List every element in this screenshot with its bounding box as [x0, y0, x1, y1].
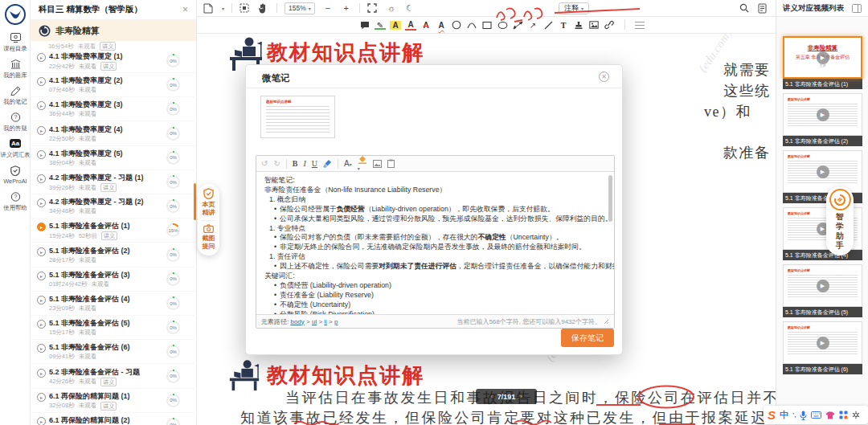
resize-handle-icon[interactable]	[604, 319, 609, 325]
next-page-icon[interactable]: ›	[520, 394, 522, 399]
course-item[interactable]: ▸ 4.1 非寿险费率厘定 (3) 36分44秒未观看 0%	[31, 97, 197, 121]
zoom-in-icon[interactable]: +	[341, 4, 352, 13]
hand-tool-icon[interactable]	[258, 3, 269, 14]
note-content[interactable]: 智能笔记:非寿险责任准备金（Non-life Insurance Liabili…	[256, 172, 614, 314]
course-item[interactable]: ▸ 5.1 非寿险准备金评估 (6) 09分41秒未观看 0%	[31, 340, 197, 364]
page-thumbnail-icon[interactable]	[203, 3, 215, 14]
fit-width-icon[interactable]	[367, 3, 379, 13]
video-card[interactable]: 非寿险精算第五章 非寿险准备金评估主讲 ▶ 5.1 非寿险准备金评估 (1)	[783, 36, 862, 89]
pen-icon[interactable]: ✎	[375, 21, 386, 30]
course-item[interactable]: ▸ 4.2 非寿险费率厘定 - 习题 (2) 34分46秒未观看 0%	[31, 194, 197, 219]
paste-icon[interactable]	[387, 159, 395, 168]
video-play-icon[interactable]: ▶	[817, 280, 829, 292]
rail-item-qa[interactable]: ?我的答疑	[0, 108, 31, 135]
play-icon: ▸	[37, 272, 46, 280]
bold-icon[interactable]: B	[293, 160, 298, 168]
highlight-text-icon[interactable]: A	[390, 21, 401, 30]
page-menu-caret-icon[interactable]: ▾	[222, 6, 224, 11]
page-lecture-button[interactable]: 本页精讲	[201, 201, 217, 217]
document-outline-icon[interactable]	[758, 3, 769, 14]
screenshot-question-button[interactable]: 截图提问	[201, 235, 217, 251]
redo-icon[interactable]: ↻	[273, 160, 280, 168]
ime-settings-icon[interactable]	[852, 411, 860, 419]
dark-mode-icon[interactable]: ☾	[404, 4, 416, 13]
course-item[interactable]: ▸ 4.1 非寿险费率厘定 (4) 22分50秒未观看 0%	[31, 122, 197, 146]
brightness-icon[interactable]: ☼	[386, 4, 397, 13]
note-slide-thumbnail[interactable]: 教材知识点讲解	[260, 96, 335, 138]
video-play-icon[interactable]: ▶	[817, 166, 829, 178]
ime-toolbox-icon[interactable]	[839, 411, 848, 419]
course-item[interactable]: ▸ 4.1 非寿险费率厘定 (5) 38分04秒未观看 0%	[31, 146, 197, 170]
play-icon: ▸	[37, 393, 46, 402]
ime-skin-icon[interactable]	[825, 411, 835, 419]
sogou-logo-icon[interactable]: S	[768, 408, 776, 422]
underline-icon[interactable]: U	[312, 160, 317, 168]
course-item[interactable]: ▸ 4.2 非寿险费率厘定 - 习题 (1) 39分26秒未观看讲义 0%	[31, 170, 197, 194]
undo-icon[interactable]: ↺	[261, 160, 268, 168]
video-card-label: 5.1 非寿险准备金评估 (4)	[783, 250, 862, 260]
app-logo-icon[interactable]	[5, 4, 26, 25]
course-item[interactable]: ▸ 5.1 非寿险准备金评估 (4) 23分09秒未观看 0%	[31, 292, 197, 316]
rail-item-help[interactable]: ?使用帮助	[0, 188, 31, 215]
sidebar-scrollbar-thumb[interactable]	[194, 183, 196, 220]
course-item[interactable]: ▸ 5.1 非寿险准备金评估 (2) 28分17秒未观看 0%	[31, 243, 197, 268]
course-item[interactable]: ▸ 5.1 非寿险准备金评估 (1) 15分24秒52秒前讲义 15%	[31, 219, 197, 243]
course-section-header[interactable]: 非寿险精算	[31, 20, 196, 41]
ime-mic-icon[interactable]	[800, 411, 807, 420]
ime-language-toggle[interactable]: 中	[780, 409, 788, 421]
progress-ring: 0%	[166, 321, 180, 334]
ime-punctuation-toggle[interactable]: ’,	[792, 411, 796, 419]
select-frame-icon[interactable]	[240, 3, 251, 13]
underline-text-icon[interactable]: A	[405, 20, 416, 31]
modal-close-icon[interactable]: ✕	[599, 72, 609, 82]
course-item[interactable]: ▸ 6.1 再保险的精算问题 (1) 32分08秒未观看讲义 0%	[31, 389, 197, 413]
element-path-link[interactable]: li	[324, 318, 327, 325]
insert-image-icon[interactable]	[373, 160, 382, 168]
prev-page-icon[interactable]: ‹	[490, 394, 492, 399]
comment-icon[interactable]	[359, 21, 371, 30]
rail-item-glossary[interactable]: Aa讲义词汇表	[0, 135, 31, 161]
zoom-out-icon[interactable]: −	[322, 4, 334, 13]
video-card[interactable]: 教材知识点讲解 ▶ 5.1 非寿险准备金评估 (2)	[783, 93, 862, 146]
font-color-icon[interactable]: A▾	[344, 160, 352, 168]
course-item[interactable]: ▸ 4.1 非寿险费率厘定 (2) 07分46秒未观看 0%	[31, 73, 197, 97]
course-item[interactable]: ▸ 5.1 非寿险准备金评估 (3) 01时24分42秒未观看 0%	[31, 268, 197, 292]
study-assistant-widget[interactable]: 智学助手	[826, 186, 854, 255]
element-path-link[interactable]: body	[290, 318, 304, 325]
zoom-level-select[interactable]: 155%▾	[285, 2, 315, 14]
format-brush-icon[interactable]	[323, 159, 332, 168]
course-item[interactable]: ▸ 5.1 非寿险准备金评估 (5) 15分17秒未观看 0%	[31, 316, 197, 340]
squiggly-text-icon[interactable]: A	[436, 21, 447, 30]
video-play-icon[interactable]: ▶	[817, 108, 829, 121]
element-path-link[interactable]: ul	[312, 318, 317, 325]
note-line: 1. 责任评估	[264, 252, 603, 262]
partial-item-meta[interactable]: 36分54秒 未观看 讲义	[48, 42, 116, 51]
ime-keyboard-icon[interactable]	[811, 411, 821, 419]
rail-item-shield[interactable]: WeProAI	[0, 161, 31, 188]
collapse-panel-icon[interactable]	[852, 4, 862, 13]
play-icon: ▸	[37, 344, 46, 353]
video-play-icon[interactable]: ▶	[817, 337, 829, 349]
video-card[interactable]: 教材知识点讲解 ▶ 5.1 非寿险准备金评估 (5)	[783, 264, 862, 317]
video-list-panel: 讲义对应视频列表 非寿险精算第五章 非寿险准备金评估主讲 ▶ 5.1 非寿险准备…	[776, 0, 868, 425]
video-card-label: 5.1 非寿险准备金评估 (6)	[783, 364, 862, 374]
video-card[interactable]: 教材知识点讲解 ▶ 5.1 非寿险准备金评估 (6)	[783, 321, 862, 374]
highlight-color-icon[interactable]: ▾	[358, 155, 367, 172]
editor-scrollbar-thumb[interactable]	[608, 175, 612, 222]
rail-item-notes[interactable]: 我的笔记	[0, 82, 31, 108]
search-icon[interactable]	[739, 3, 751, 13]
italic-icon[interactable]: I	[303, 160, 305, 168]
rail-item-question-bank[interactable]: 我的题库	[0, 55, 31, 82]
progress-ring: 0%	[166, 272, 180, 286]
rail-item-catalog[interactable]: 课程目录	[0, 29, 31, 55]
strikethrough-text-icon[interactable]: A	[420, 21, 432, 30]
editor-footer: 元素路径: body > ul > li > p 当前已输入568个字符, 您还…	[256, 314, 614, 328]
circle-icon[interactable]	[451, 20, 462, 30]
video-play-icon[interactable]: ▶	[817, 51, 829, 64]
element-path-link[interactable]: p	[334, 318, 338, 325]
save-note-button[interactable]: 保存笔记	[561, 329, 614, 347]
arc-icon[interactable]	[466, 22, 477, 29]
course-item[interactable]: ▸ 5.2 非寿险准备金评估 - 习题 42分26秒未观看讲义 0%	[31, 365, 197, 389]
course-item[interactable]: ▸ 6.1 再保险的精算问题 (2) 36分48秒未观看 0%	[31, 413, 197, 425]
course-item[interactable]: ▸ 4.1 非寿险费率厘定 (1) 22分42秒未观看讲义 0%	[31, 49, 197, 73]
